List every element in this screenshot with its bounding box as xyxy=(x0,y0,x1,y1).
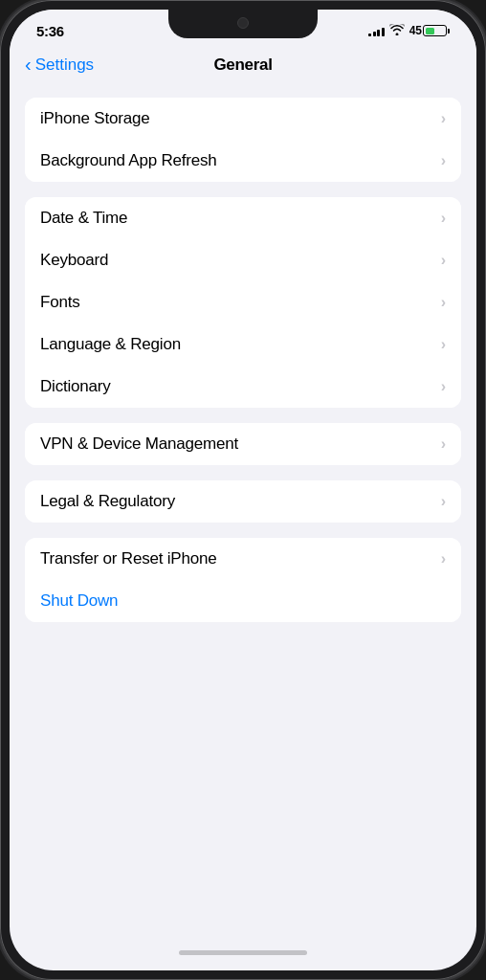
dictionary-label: Dictionary xyxy=(40,377,111,396)
fonts-row[interactable]: Fonts › xyxy=(25,281,461,323)
chevron-right-icon: › xyxy=(441,550,446,568)
dictionary-row[interactable]: Dictionary › xyxy=(25,366,461,408)
battery-percent: 45 xyxy=(409,24,422,37)
phone-shell: 5:36 45 xyxy=(0,0,486,980)
legal-regulatory-row[interactable]: Legal & Regulatory › xyxy=(25,480,461,523)
date-time-label: Date & Time xyxy=(40,209,127,228)
row-right: › xyxy=(441,435,446,453)
fonts-label: Fonts xyxy=(40,293,80,312)
legal-section: Legal & Regulatory › xyxy=(25,480,461,523)
row-right: › xyxy=(441,294,446,311)
shut-down-label: Shut Down xyxy=(40,591,118,611)
chevron-right-icon: › xyxy=(441,294,446,311)
vpn-device-label: VPN & Device Management xyxy=(40,434,238,454)
chevron-right-icon: › xyxy=(441,378,446,395)
row-right: › xyxy=(441,378,446,395)
battery-tip xyxy=(448,29,450,33)
reset-section: Transfer or Reset iPhone › Shut Down xyxy=(25,538,461,622)
date-time-row[interactable]: Date & Time › xyxy=(25,197,461,239)
nav-title: General xyxy=(213,56,272,75)
chevron-right-icon: › xyxy=(441,252,446,269)
iphone-storage-row[interactable]: iPhone Storage › xyxy=(25,98,461,140)
storage-section: iPhone Storage › Background App Refresh … xyxy=(25,98,461,182)
wifi-icon xyxy=(389,24,405,38)
legal-regulatory-label: Legal & Regulatory xyxy=(40,492,175,511)
signal-bar-2 xyxy=(373,32,376,36)
row-right: › xyxy=(441,210,446,227)
shut-down-row[interactable]: Shut Down xyxy=(25,580,461,622)
background-app-refresh-row[interactable]: Background App Refresh › xyxy=(25,140,461,182)
vpn-device-row[interactable]: VPN & Device Management › xyxy=(25,423,461,465)
signal-bars xyxy=(368,25,385,36)
signal-bar-3 xyxy=(377,30,380,36)
battery-fill xyxy=(426,28,434,34)
signal-bar-1 xyxy=(368,33,371,36)
vpn-section: VPN & Device Management › xyxy=(25,423,461,465)
battery-indicator: 45 xyxy=(409,24,450,37)
row-right: › xyxy=(441,493,446,510)
row-right: › xyxy=(441,336,446,353)
back-label: Settings xyxy=(35,56,94,75)
back-button[interactable]: ‹ Settings xyxy=(25,55,94,76)
language-region-label: Language & Region xyxy=(40,335,181,354)
nav-bar: ‹ Settings General xyxy=(10,52,476,82)
language-region-row[interactable]: Language & Region › xyxy=(25,323,461,366)
front-camera xyxy=(237,17,249,29)
keyboard-row[interactable]: Keyboard › xyxy=(25,239,461,281)
transfer-reset-label: Transfer or Reset iPhone xyxy=(40,549,217,568)
chevron-right-icon: › xyxy=(441,435,446,453)
screen: 5:36 45 xyxy=(10,10,476,970)
background-app-refresh-label: Background App Refresh xyxy=(40,151,217,170)
status-icons: 45 xyxy=(368,24,450,38)
keyboard-label: Keyboard xyxy=(40,251,108,270)
transfer-reset-row[interactable]: Transfer or Reset iPhone › xyxy=(25,538,461,580)
iphone-storage-label: iPhone Storage xyxy=(40,109,149,128)
battery-body xyxy=(423,25,447,36)
row-right: › xyxy=(441,550,446,568)
row-right: › xyxy=(441,252,446,269)
status-time: 5:36 xyxy=(36,23,64,39)
chevron-right-icon: › xyxy=(441,110,446,127)
home-indicator xyxy=(179,950,307,955)
chevron-right-icon: › xyxy=(441,493,446,510)
signal-bar-4 xyxy=(382,28,385,36)
locale-section: Date & Time › Keyboard › Fonts › xyxy=(25,197,461,408)
settings-content: iPhone Storage › Background App Refresh … xyxy=(10,82,476,951)
chevron-right-icon: › xyxy=(441,336,446,353)
chevron-right-icon: › xyxy=(441,210,446,227)
notch xyxy=(168,10,318,38)
row-right: › xyxy=(441,110,446,127)
back-chevron-icon: ‹ xyxy=(25,54,32,76)
row-right: › xyxy=(441,152,446,169)
chevron-right-icon: › xyxy=(441,152,446,169)
